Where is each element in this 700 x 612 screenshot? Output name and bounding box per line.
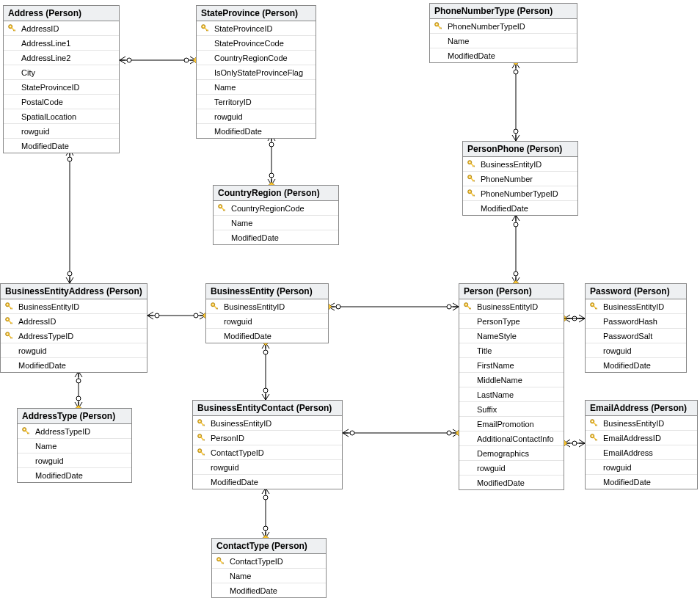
entity-columns: BusinessEntityIDPersonIDContactTypeIDrow… [193, 416, 342, 489]
column-name: BusinessEntityID [211, 419, 271, 428]
entity-personphone[interactable]: PersonPhone (Person) BusinessEntityIDPho… [462, 141, 578, 216]
entity-stateprovince[interactable]: StateProvince (Person) StateProvinceIDSt… [196, 5, 316, 139]
pk-key-icon [196, 448, 206, 456]
column-name: rowguid [18, 346, 47, 355]
column-name: Suffix [477, 405, 497, 414]
entity-businessentityaddress[interactable]: BusinessEntityAddress (Person) BusinessE… [0, 283, 147, 373]
column-name: City [21, 68, 35, 77]
column-name: IsOnlyStateProvinceFlag [214, 68, 303, 77]
column-row: rowguid [586, 460, 697, 475]
svg-point-32 [194, 313, 198, 318]
column-name: ModifiedDate [481, 204, 528, 213]
column-row: Suffix [459, 402, 564, 417]
entity-password[interactable]: Password (Person) BusinessEntityIDPasswo… [585, 283, 687, 373]
column-row: ModifiedDate [463, 201, 577, 215]
svg-point-17 [184, 58, 189, 62]
svg-point-47 [263, 526, 268, 531]
column-row: StateProvinceID [197, 21, 316, 36]
column-row: Name [197, 80, 316, 95]
pk-key-icon [215, 557, 225, 565]
entity-title: BusinessEntityContact (Person) [193, 401, 342, 416]
column-row: PersonID [193, 431, 342, 445]
column-row: PhoneNumberTypeID [463, 186, 577, 201]
column-name: StateProvinceCode [214, 39, 284, 48]
column-name: SpatialLocation [21, 112, 76, 121]
entity-columns: ContactTypeIDNameModifiedDate [212, 554, 326, 597]
svg-point-20 [68, 272, 72, 276]
pk-key-icon [462, 302, 473, 310]
entity-businessentitycontact[interactable]: BusinessEntityContact (Person) BusinessE… [192, 400, 343, 489]
svg-point-22 [269, 142, 274, 147]
entity-addresstype[interactable]: AddressType (Person) AddressTypeIDNamero… [17, 408, 132, 483]
entity-columns: BusinessEntityIDAddressIDAddressTypeIDro… [1, 299, 147, 372]
column-row: AddressLine1 [4, 36, 119, 51]
entity-columns: BusinessEntityIDPhoneNumberPhoneNumberTy… [463, 157, 577, 215]
column-name: ModifiedDate [18, 361, 66, 370]
column-row: PhoneNumberTypeID [430, 19, 577, 34]
column-row: ModifiedDate [18, 468, 131, 482]
column-row: ModifiedDate [214, 230, 338, 244]
entity-title: CountryRegion (Person) [214, 186, 338, 201]
column-name: AddressLine2 [21, 54, 70, 62]
column-row: NameStyle [459, 329, 564, 343]
column-row: BusinessEntityID [586, 416, 697, 431]
column-name: StateProvinceID [21, 83, 79, 92]
entity-columns: AddressIDAddressLine1AddressLine2CitySta… [4, 21, 119, 153]
svg-point-23 [269, 173, 274, 178]
entity-address[interactable]: Address (Person) AddressIDAddressLine1Ad… [3, 5, 120, 153]
entity-person[interactable]: Person (Person) BusinessEntityIDPersonTy… [459, 283, 564, 490]
entity-columns: AddressTypeIDNamerowguidModifiedDate [18, 424, 131, 482]
svg-point-35 [76, 396, 81, 401]
column-row: IsOnlyStateProvinceFlag [197, 65, 316, 80]
column-row: ModifiedDate [212, 583, 326, 597]
column-row: SpatialLocation [4, 109, 119, 124]
column-row: BusinessEntityID [206, 299, 328, 314]
erd-canvas: Address (Person) AddressIDAddressLine1Ad… [0, 0, 700, 612]
entity-emailaddress[interactable]: EmailAddress (Person) BusinessEntityIDEm… [585, 400, 698, 489]
column-name: AdditionalContactInfo [477, 434, 554, 443]
column-row: ModifiedDate [206, 329, 328, 343]
entity-title: Person (Person) [459, 284, 564, 299]
column-row: BusinessEntityID [459, 299, 564, 314]
pk-key-icon [466, 175, 476, 183]
pk-key-icon [196, 434, 206, 442]
entity-title: BusinessEntity (Person) [206, 284, 328, 299]
column-name: AddressID [18, 317, 56, 326]
column-name: TerritoryID [214, 98, 252, 106]
column-row: Name [212, 569, 326, 583]
column-row: PasswordSalt [586, 329, 686, 343]
column-name: Title [477, 346, 492, 355]
column-name: PhoneNumber [481, 175, 533, 183]
column-row: PasswordHash [586, 314, 686, 329]
column-row: ModifiedDate [197, 124, 316, 138]
column-row: PostalCode [4, 95, 119, 109]
column-row: StateProvinceID [4, 80, 119, 95]
column-row: Name [430, 34, 577, 48]
column-name: Name [230, 572, 251, 580]
column-row: AddressID [1, 314, 147, 329]
column-name: AddressTypeID [35, 427, 90, 436]
column-name: PhoneNumberTypeID [448, 22, 525, 31]
entity-businessentity[interactable]: BusinessEntity (Person) BusinessEntityID… [205, 283, 329, 343]
column-row: ModifiedDate [430, 48, 577, 62]
column-name: ModifiedDate [603, 361, 651, 370]
entity-title: Password (Person) [586, 284, 686, 299]
column-name: CountryRegionCode [214, 54, 288, 62]
column-name: rowguid [603, 463, 632, 472]
svg-point-50 [572, 316, 577, 321]
column-name: ContactTypeID [211, 448, 264, 457]
column-name: BusinessEntityID [603, 302, 664, 311]
pk-key-icon [200, 24, 210, 32]
entity-title: ContactType (Person) [212, 539, 326, 554]
entity-phonenumbertype[interactable]: PhoneNumberType (Person) PhoneNumberType… [429, 3, 577, 63]
column-name: ModifiedDate [211, 478, 258, 487]
pk-key-icon [21, 427, 31, 435]
pk-key-icon [588, 434, 599, 442]
column-name: BusinessEntityID [18, 302, 79, 311]
entity-countryregion[interactable]: CountryRegion (Person) CountryRegionCode… [213, 185, 339, 245]
column-row: Name [214, 216, 338, 230]
entity-contacttype[interactable]: ContactType (Person) ContactTypeIDNameMo… [211, 538, 327, 598]
entity-title: EmailAddress (Person) [586, 401, 697, 416]
column-row: ModifiedDate [4, 139, 119, 153]
column-row: PersonType [459, 314, 564, 329]
